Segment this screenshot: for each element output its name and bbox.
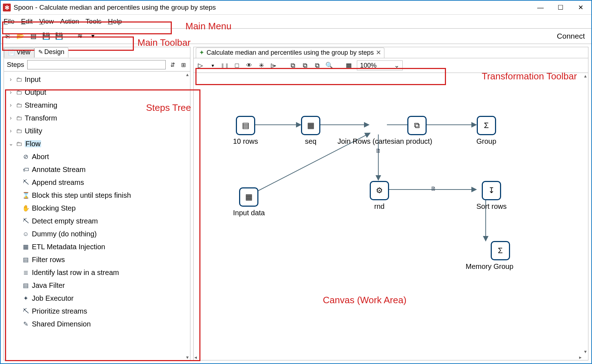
- impact-button[interactable]: ⧉: [313, 62, 321, 69]
- menu-tools[interactable]: Tools: [86, 18, 101, 25]
- explore-db-button[interactable]: ⧉: [301, 62, 309, 69]
- step-item[interactable]: ✦Job Executor: [6, 292, 190, 305]
- folder-streaming[interactable]: ›🗀Streaming: [6, 99, 190, 112]
- step-label: Input data: [233, 209, 265, 217]
- node-inputdata[interactable]: ▦ Input data: [233, 187, 265, 217]
- twisty-icon[interactable]: ›: [8, 128, 14, 134]
- magnify-button[interactable]: 🔍: [325, 62, 333, 69]
- folder-label: Streaming: [25, 102, 57, 109]
- zoom-dropdown-icon: ⌄: [394, 62, 399, 69]
- window-title: Spoon - Calculate median and percentiles…: [14, 4, 530, 11]
- step-item[interactable]: ▤Filter rows: [6, 253, 190, 266]
- tab-view[interactable]: 📄 View: [4, 48, 34, 58]
- node-10rows[interactable]: ▤ 10 rows: [233, 116, 258, 146]
- step-item-icon: ✦: [22, 294, 30, 302]
- twisty-icon[interactable]: ›: [8, 77, 14, 82]
- folder-utility[interactable]: ›🗀Utility: [6, 124, 190, 137]
- menu-edit[interactable]: Edit: [21, 18, 33, 25]
- new-button[interactable]: ⎘: [4, 32, 11, 40]
- preview-button[interactable]: 👁: [245, 62, 253, 69]
- editor-tab-close-icon[interactable]: ✕: [376, 49, 381, 56]
- step-icon: ▦: [239, 187, 258, 207]
- canvas-vscroll[interactable]: ▴▾: [582, 73, 588, 354]
- step-item[interactable]: ⛏Prioritize streams: [6, 305, 190, 318]
- step-item[interactable]: ⊘Abort: [6, 150, 190, 163]
- step-item[interactable]: ≣Identify last row in a stream: [6, 266, 190, 279]
- body: 📄 View ✎ Design Steps ⇵ ⊞ ›🗀Input›🗀Outpu…: [1, 44, 591, 363]
- pause-button[interactable]: ❚❚: [221, 62, 229, 69]
- save-button[interactable]: 💾: [42, 32, 50, 40]
- steps-tree: ›🗀Input›🗀Output›🗀Streaming›🗀Transform›🗀U…: [4, 72, 190, 360]
- menu-help[interactable]: Help: [108, 18, 122, 25]
- tree-expand-button[interactable]: ⇵: [169, 61, 176, 69]
- step-item[interactable]: ⌛Block this step until steps finish: [6, 189, 190, 202]
- step-item[interactable]: ⛏Detect empty stream: [6, 215, 190, 227]
- stop-button[interactable]: □: [233, 62, 241, 69]
- perspective-dropdown-icon[interactable]: ▾: [89, 32, 97, 40]
- replay-button[interactable]: ▷̶: [270, 62, 277, 69]
- folder-transform[interactable]: ›🗀Transform: [6, 112, 190, 124]
- step-item[interactable]: ⛏Append streams: [6, 176, 190, 189]
- canvas-hscroll[interactable]: ◂▸: [194, 354, 582, 360]
- twisty-icon[interactable]: ›: [8, 115, 14, 121]
- step-item[interactable]: ▦ETL Metadata Injection: [6, 240, 190, 253]
- editor-tabs: ✦ Calculate median and percentiles using…: [194, 47, 588, 58]
- zoom-select[interactable]: 100% ⌄: [357, 60, 403, 70]
- step-item-label: Append streams: [32, 179, 84, 186]
- step-item[interactable]: ✎Shared Dimension: [6, 318, 190, 330]
- folder-icon: 🗀: [16, 102, 23, 108]
- save-as-button[interactable]: 💾: [55, 32, 63, 40]
- step-label: 10 rows: [233, 137, 258, 146]
- menu-file[interactable]: File: [4, 18, 15, 25]
- connect-link[interactable]: Connect: [557, 32, 588, 40]
- node-rnd[interactable]: ⚙ rnd: [370, 181, 389, 211]
- menu-action[interactable]: Action: [60, 18, 79, 25]
- perspective-button[interactable]: ≋: [76, 32, 84, 40]
- step-item[interactable]: 🏷Annotate Stream: [6, 163, 190, 176]
- twisty-icon[interactable]: ›: [8, 102, 14, 108]
- step-item-label: Identify last row in a stream: [32, 269, 119, 276]
- twisty-icon[interactable]: ⌄: [8, 141, 14, 147]
- tab-design[interactable]: ✎ Design: [34, 47, 68, 58]
- step-item-label: ETL Metadata Injection: [32, 243, 105, 250]
- maximize-button[interactable]: ☐: [550, 1, 571, 14]
- menu-view[interactable]: View: [39, 18, 54, 25]
- run-button[interactable]: ▷: [196, 62, 204, 69]
- node-seq[interactable]: ▦ seq: [301, 116, 320, 146]
- debug-button[interactable]: ✳: [257, 62, 265, 69]
- steps-search-input[interactable]: [27, 60, 166, 69]
- editor-tab-transformation[interactable]: ✦ Calculate median and percentiles using…: [196, 48, 384, 58]
- main-menu: File Edit View Action Tools Help: [1, 15, 591, 28]
- step-icon: ▤: [236, 116, 255, 135]
- step-item-label: Shared Dimension: [32, 320, 91, 328]
- step-item-icon: ▦: [22, 243, 30, 251]
- folder-output[interactable]: ›🗀Output: [6, 86, 190, 99]
- app-logo-icon: ✻: [3, 4, 11, 11]
- twisty-icon[interactable]: ›: [8, 89, 14, 95]
- node-memgroup[interactable]: Σ Memory Group: [476, 241, 524, 271]
- sql-button[interactable]: ⧉: [289, 62, 297, 69]
- folder-input[interactable]: ›🗀Input: [6, 73, 190, 86]
- folder-flow[interactable]: ⌄🗀Flow: [6, 137, 190, 150]
- list-button[interactable]: ▤: [29, 32, 37, 40]
- step-label: seq: [305, 137, 316, 146]
- minimize-button[interactable]: —: [530, 1, 550, 14]
- tree-collapse-button[interactable]: ⊞: [179, 61, 187, 69]
- step-item[interactable]: ☺Dummy (do nothing): [6, 227, 190, 240]
- run-dropdown-icon[interactable]: ▾: [209, 62, 217, 69]
- editor-tab-label: Calculate median and percentiles using t…: [207, 49, 374, 56]
- node-sort[interactable]: ↧ Sort rows: [476, 181, 506, 211]
- canvas[interactable]: 🗎 🗎 🗎 ▤ 10 rows ▦ seq ⧉ Join Rows (car: [194, 73, 588, 360]
- titlebar: ✻ Spoon - Calculate median and percentil…: [1, 1, 591, 15]
- node-join[interactable]: ⧉ Join Rows (cartesian product): [370, 116, 465, 146]
- hop-icon: 🗎: [375, 147, 382, 154]
- open-button[interactable]: 📂: [16, 32, 24, 40]
- grid-button[interactable]: ▦: [345, 62, 353, 69]
- step-icon: ⚙: [370, 181, 389, 200]
- step-item[interactable]: ▤Java Filter: [6, 279, 190, 292]
- step-item[interactable]: ✋Blocking Step: [6, 202, 190, 215]
- side-scrollbar[interactable]: ▴▾: [184, 72, 190, 360]
- node-group[interactable]: Σ Group: [476, 116, 496, 146]
- step-item-icon: ⛏: [22, 307, 30, 315]
- close-button[interactable]: ✕: [571, 1, 591, 14]
